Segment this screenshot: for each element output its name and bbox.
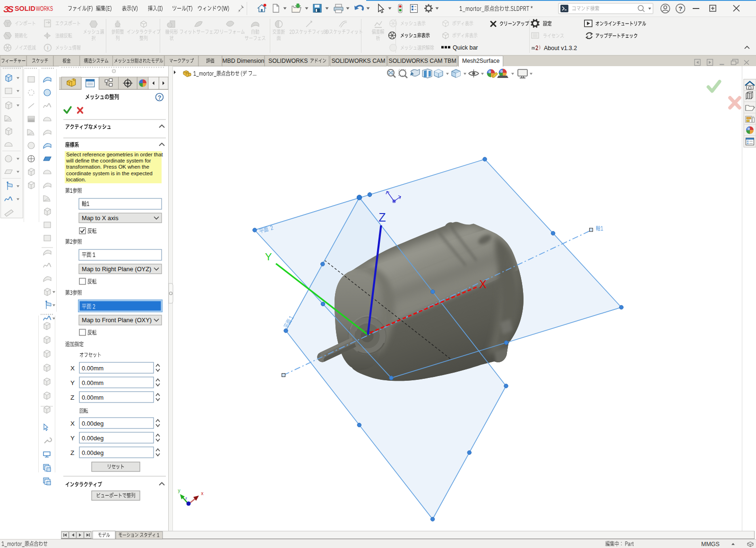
svg-text:Map to Front Plane (OXY): Map to Front Plane (OXY) <box>82 317 152 324</box>
svg-text:Quick bar: Quick bar <box>453 44 478 51</box>
svg-text:?: ? <box>679 5 682 12</box>
svg-text:Z: Z <box>378 211 386 224</box>
svg-text:?: ? <box>158 94 162 101</box>
svg-text:About v1.3.2: About v1.3.2 <box>544 45 577 51</box>
svg-text:Y: Y <box>265 251 272 263</box>
svg-text:MMGS: MMGS <box>701 541 720 548</box>
svg-text:0.00mm: 0.00mm <box>82 365 103 372</box>
svg-text:WORKS: WORKS <box>36 5 53 12</box>
svg-text:0.00deg: 0.00deg <box>82 420 103 427</box>
svg-text:Z: Z <box>70 449 74 456</box>
svg-text:MBD Dimension: MBD Dimension <box>223 58 265 64</box>
svg-text:will define the coordinate sys: will define the coordinate system for <box>66 158 151 163</box>
svg-text:Map to Right Plane (OYZ): Map to Right Plane (OYZ) <box>82 265 151 273</box>
svg-text:SOLIDWORKS CAM TBM: SOLIDWORKS CAM TBM <box>389 58 456 64</box>
svg-text:0.00deg: 0.00deg <box>82 435 103 442</box>
svg-text:X: X <box>70 420 75 427</box>
svg-text:Map to X axis: Map to X axis <box>82 214 119 222</box>
svg-text:y: y <box>178 488 180 493</box>
svg-text:S: S <box>8 4 14 14</box>
svg-text:Mesh2Surface: Mesh2Surface <box>462 58 499 64</box>
svg-text:i: i <box>47 45 48 51</box>
svg-text:transformation. Press OK when: transformation. Press OK when the <box>66 164 149 170</box>
svg-text:Z: Z <box>70 394 74 401</box>
svg-text:Select reference geometries in: Select reference geometries in order tha… <box>66 152 163 157</box>
svg-text:SOLID: SOLID <box>15 5 35 12</box>
svg-text:0.00deg: 0.00deg <box>82 449 103 456</box>
svg-text:z: z <box>185 496 187 500</box>
svg-text:coordinate system is in the ex: coordinate system is in the expected <box>66 171 153 176</box>
svg-text:location.: location. <box>66 177 86 182</box>
svg-text:SOLIDWORKS: SOLIDWORKS <box>268 58 308 64</box>
svg-text:X: X <box>479 278 486 291</box>
svg-text:Y: Y <box>70 435 75 442</box>
svg-text:0.00mm: 0.00mm <box>82 394 103 401</box>
svg-text:x: x <box>201 491 204 496</box>
svg-text:X: X <box>70 365 75 372</box>
svg-text:SOLIDWORKS CAM: SOLIDWORKS CAM <box>331 58 385 64</box>
svg-text:Y: Y <box>70 379 75 386</box>
svg-text:0.00mm: 0.00mm <box>82 379 103 386</box>
